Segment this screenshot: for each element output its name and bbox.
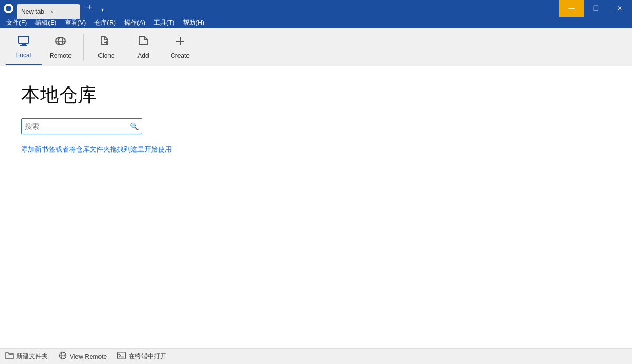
search-box[interactable]: 🔍	[21, 118, 142, 134]
toolbar: Local Remote Clone	[0, 28, 632, 66]
toolbar-clone-button[interactable]: Clone	[88, 29, 125, 65]
terminal-icon	[117, 352, 126, 361]
status-new-folder[interactable]: 新建文件夹	[5, 352, 48, 361]
search-icon: 🔍	[130, 122, 139, 130]
local-icon	[17, 35, 30, 49]
terminal-label: 在终端中打开	[129, 352, 166, 361]
toolbar-nav-section: Local Remote	[5, 28, 79, 66]
status-bar: 新建文件夹 View Remote 在终端中打开	[0, 348, 632, 364]
minimize-button[interactable]: —	[559, 0, 584, 17]
view-remote-label: View Remote	[70, 353, 107, 360]
new-tab[interactable]: New tab ×	[17, 4, 80, 19]
menu-help[interactable]: 帮助(H)	[179, 17, 209, 28]
toolbar-create-label: Create	[171, 52, 190, 59]
toolbar-remote-button[interactable]: Remote	[42, 29, 79, 65]
title-bar: New tab × + ▾ — ❐ ✕	[0, 0, 632, 17]
clone-icon	[100, 35, 113, 50]
new-folder-label: 新建文件夹	[16, 352, 48, 361]
toolbar-add-button[interactable]: Add	[125, 29, 162, 65]
folder-icon	[5, 352, 14, 361]
tab-dropdown-button[interactable]: ▾	[97, 4, 107, 15]
toolbar-action-section: Clone Add Create	[88, 28, 199, 66]
create-icon	[174, 35, 186, 50]
toolbar-local-button[interactable]: Local	[5, 29, 42, 65]
window-controls: — ❐ ✕	[559, 0, 632, 17]
hint-text[interactable]: 添加新书签或者将仓库文件夹拖拽到这里开始使用	[21, 145, 611, 154]
svg-rect-11	[118, 352, 126, 359]
tab-close-button[interactable]: ×	[47, 7, 56, 16]
toolbar-divider-1	[83, 34, 84, 60]
add-icon	[137, 35, 150, 50]
menu-action[interactable]: 操作(A)	[120, 17, 150, 28]
menu-bar: 文件(F) 编辑(E) 查看(V) 仓库(R) 操作(A) 工具(T) 帮助(H…	[0, 17, 632, 28]
menu-tools[interactable]: 工具(T)	[150, 17, 179, 28]
tab-add-button[interactable]: +	[82, 0, 97, 15]
toolbar-add-label: Add	[137, 52, 149, 59]
tab-label: New tab	[21, 8, 44, 15]
logo-inner	[6, 6, 11, 11]
status-view-remote[interactable]: View Remote	[58, 351, 107, 361]
toolbar-create-button[interactable]: Create	[162, 29, 199, 65]
status-terminal[interactable]: 在终端中打开	[117, 352, 166, 361]
svg-rect-0	[18, 36, 29, 43]
logo-circle	[4, 4, 13, 13]
menu-repo[interactable]: 仓库(R)	[90, 17, 120, 28]
restore-button[interactable]: ❐	[584, 0, 608, 17]
tab-area: New tab × + ▾	[17, 0, 559, 17]
remote-icon	[54, 35, 67, 50]
close-button[interactable]: ✕	[608, 0, 632, 17]
main-content: 本地仓库 🔍 添加新书签或者将仓库文件夹拖拽到这里开始使用	[0, 66, 632, 348]
page-title: 本地仓库	[21, 82, 611, 108]
globe-icon	[58, 351, 67, 361]
toolbar-remote-label: Remote	[50, 52, 72, 59]
toolbar-clone-label: Clone	[98, 52, 114, 59]
toolbar-local-label: Local	[16, 52, 32, 59]
search-input[interactable]	[25, 122, 130, 130]
app-logo	[0, 0, 17, 17]
